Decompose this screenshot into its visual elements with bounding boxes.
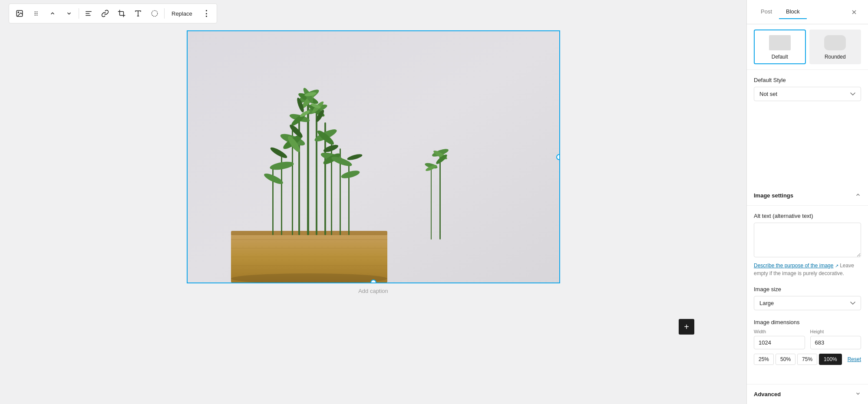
add-block-btn[interactable]: + [679,319,694,335]
sidebar-tab-group: Post Block [754,5,807,19]
pct-25-btn[interactable]: 25% [754,354,774,365]
style-selector: Default Rounded [747,24,868,70]
alt-text-help-text: Describe the purpose of the image ↗ Leav… [754,262,861,277]
align-btn[interactable] [81,6,96,21]
image-size-label: Image size [754,286,861,292]
image-dimensions-section: Image dimensions Width Height 25% 50% 75… [754,319,861,365]
dimensions-row: Width Height [754,329,861,349]
right-sidebar: Post Block Default Rounded Default St [746,0,868,404]
default-style-section: Default Style Not set [754,77,861,101]
advanced-title: Advanced [754,391,781,397]
svg-rect-21 [307,96,309,235]
move-down-btn[interactable] [61,6,77,21]
alt-text-label: Alt text (alternative text) [754,213,861,219]
advanced-chevron-icon [855,391,861,398]
move-up-btn[interactable] [45,6,60,21]
width-field: Width [754,329,805,349]
image-size-select[interactable]: Thumbnail Medium Large Full Size [754,296,861,310]
svg-point-13 [152,10,158,16]
alt-text-input[interactable] [754,223,861,257]
image-settings-chevron-icon [855,192,861,199]
default-style-label: Default Style [754,77,861,83]
svg-point-3 [36,11,37,12]
pct-75-btn[interactable]: 75% [797,354,817,365]
replace-btn[interactable]: Replace [166,6,198,21]
default-style-select[interactable]: Not set [754,87,861,101]
editor-area: Replace ⋮ [0,0,746,404]
image-icon-btn[interactable] [12,6,27,21]
svg-rect-55 [431,166,432,240]
pct-50-btn[interactable]: 50% [776,354,795,365]
caption-placeholder[interactable]: Add caption [187,288,560,294]
image-container[interactable] [187,30,560,283]
style-option-default[interactable]: Default [754,30,806,64]
advanced-header[interactable]: Advanced [747,384,868,404]
drag-handle-btn[interactable] [28,6,44,21]
advanced-section: Advanced [747,384,868,404]
sidebar-main-content: Default Style Not set [747,70,868,186]
style-option-default-label: Default [772,54,788,60]
reset-dimensions-btn[interactable]: Reset [848,356,861,362]
svg-point-1 [18,12,19,13]
resize-handle-bottom[interactable] [370,279,376,283]
height-input[interactable] [810,336,861,349]
style-preview-default-shape [769,35,791,50]
height-field: Height [810,329,861,349]
plant-image-svg [188,31,560,283]
svg-point-67 [231,273,387,283]
alt-text-section: Alt text (alternative text) Describe the… [754,213,861,277]
width-input[interactable] [754,336,805,349]
block-toolbar: Replace ⋮ [9,3,217,23]
svg-point-2 [35,11,36,12]
height-label: Height [810,329,861,334]
sidebar-header: Post Block [747,0,868,24]
tab-block[interactable]: Block [779,5,807,19]
tab-post[interactable]: Post [754,5,779,19]
svg-point-7 [36,15,37,16]
style-preview-rounded [814,34,857,51]
style-preview-default [758,34,802,51]
svg-point-5 [36,13,37,14]
select-circle-btn[interactable] [147,6,162,21]
image-size-section: Image size Thumbnail Medium Large Full S… [754,286,861,310]
svg-rect-51 [439,153,441,240]
svg-point-4 [35,13,36,14]
crop-btn[interactable] [114,6,129,21]
width-label: Width [754,329,805,334]
image-settings-content: Alt text (alternative text) Describe the… [747,206,868,381]
external-link-icon: ↗ [835,263,838,268]
image-settings-title: Image settings [754,192,793,199]
link-btn[interactable] [97,6,113,21]
style-option-rounded[interactable]: Rounded [809,30,861,64]
resize-handle-right[interactable] [556,154,560,160]
pct-buttons-group: 25% 50% 75% 100% Reset [754,354,861,365]
describe-image-link[interactable]: Describe the purpose of the image [754,263,833,269]
text-overlay-btn[interactable] [130,6,146,21]
sidebar-close-btn[interactable] [847,5,861,19]
image-dimensions-label: Image dimensions [754,319,861,325]
more-options-btn[interactable]: ⋮ [198,6,214,21]
image-block-wrapper: Add caption [187,30,560,294]
svg-point-6 [35,15,36,16]
svg-rect-22 [316,109,317,235]
pct-100-btn[interactable]: 100% [819,354,842,365]
style-option-rounded-label: Rounded [825,54,846,60]
toolbar-divider-2 [164,8,165,19]
toolbar-divider-1 [79,8,79,19]
image-settings-header[interactable]: Image settings [747,186,868,206]
style-preview-rounded-shape [824,35,846,50]
